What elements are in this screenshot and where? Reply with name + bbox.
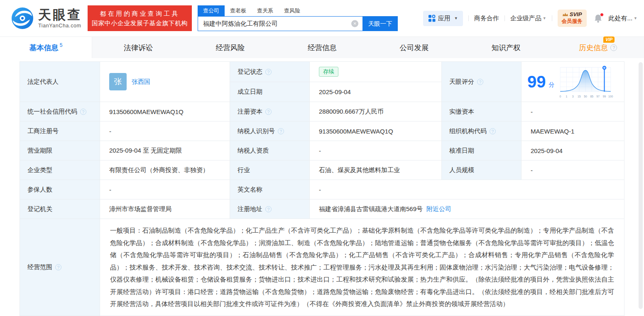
search-input[interactable]	[198, 16, 362, 31]
field-value-credit-code: 91350600MAEWEWAQ1Q	[100, 102, 230, 122]
help-icon[interactable]: ?	[490, 128, 496, 134]
field-label-org-code: 组织机构代码?	[442, 122, 522, 141]
divider	[552, 15, 552, 21]
tab-business-info[interactable]: 经营信息	[276, 37, 368, 58]
tab-legal-proceedings[interactable]: 法律诉讼	[92, 37, 184, 58]
tianyancha-logo[interactable]: 天眼查 TianYanCha.com	[11, 7, 82, 30]
table-row: 法定代表人 张 张西国 登记状态? 存续 成立日期 2025-09-04	[20, 62, 624, 102]
search-box: × 天眼一下	[198, 16, 398, 31]
tab-label: 法律诉讼	[124, 43, 153, 53]
company-nav-tabs: 基本信息 5 法律诉讼 经营风险 经营信息 公司发展 知识产权 历史信息 VIP…	[0, 36, 644, 58]
top-menu: 应用 ▼ 商务合作 企业级产品 ▼ SVIP 会员服务	[423, 10, 637, 27]
field-value-org-code: MAEWEWAQ-1	[522, 122, 624, 141]
field-value-taxpayer-quality: -	[310, 141, 442, 160]
help-icon[interactable]: ?	[278, 128, 284, 134]
help-icon[interactable]: ?	[265, 69, 272, 75]
field-label-reg-capital: 注册资本?	[230, 102, 310, 122]
field-value-business-scope: 一般项目：石油制品制造（不含危险化学品）；化工产品生产（不含许可类化工产品）；基…	[100, 219, 624, 316]
notification-dot	[600, 13, 604, 17]
score-number: 99	[527, 73, 546, 90]
field-label-legal-rep: 法定代表人	[20, 62, 100, 102]
scrollbar[interactable]	[639, 62, 643, 309]
enterprise-products-menu[interactable]: 企业级产品 ▼	[510, 15, 546, 22]
table-row: 工商注册号 - 纳税人识别号? 91350600MAEWEWAQ1Q 组织机构代…	[20, 122, 624, 141]
field-label-credit-code: 统一社会信用代码?	[20, 102, 100, 122]
svg-text:3: 3	[572, 95, 573, 98]
help-icon[interactable]: ?	[80, 109, 86, 115]
field-value-reg-authority: 漳州市市场监督管理局	[100, 199, 230, 219]
field-label-insured-count: 参保人数	[20, 180, 100, 199]
caret-down-icon: ▼	[454, 16, 458, 20]
tab-label: 经营风险	[216, 43, 245, 53]
field-value-business-term: 2025-09-04 至 无固定期限	[100, 141, 230, 160]
tab-basic-info[interactable]: 基本信息 5	[0, 37, 92, 58]
search-tab-relation[interactable]: 查关系	[252, 5, 279, 16]
field-label-company-type: 企业类型	[20, 160, 100, 180]
crown-icon	[562, 12, 568, 17]
field-label-score: 天眼评分?	[442, 62, 522, 102]
middle-subrows: 登记状态? 存续 成立日期 2025-09-04	[230, 62, 442, 102]
notifications-bell[interactable]	[594, 14, 602, 23]
user-menu[interactable]: 此处有... ▼	[609, 15, 637, 22]
legal-rep-link[interactable]: 张西国	[132, 78, 150, 86]
caret-down-icon: ▼	[543, 16, 546, 20]
help-icon[interactable]: ?	[55, 264, 61, 270]
table-row: 参保人数 - 英文名称 -	[20, 180, 624, 199]
table-row: 企业类型 有限责任公司（外商投资、非独资） 行业 石油、煤炭及其他燃料加工业 人…	[20, 160, 624, 180]
help-icon[interactable]: ?	[265, 109, 272, 115]
field-value-staff-size: -	[522, 160, 624, 180]
field-value-reg-capital: 2880090.6667万人民币	[310, 102, 442, 122]
search-tab-risk[interactable]: 查风险	[279, 5, 306, 16]
tab-label: 基本信息	[29, 43, 59, 53]
avatar[interactable]: 张	[109, 73, 127, 90]
slogan-line2: 国家中小企业发展子基金旗下机构	[92, 18, 188, 28]
svg-text:97: 97	[596, 95, 600, 98]
table-row: 统一社会信用代码? 91350600MAEWEWAQ1Q 注册资本? 28800…	[20, 102, 624, 122]
apps-grid-icon	[428, 15, 436, 22]
tab-count-badge: 5	[60, 42, 63, 48]
search-tab-boss[interactable]: 查老板	[225, 5, 252, 16]
svg-text:50: 50	[584, 95, 587, 98]
table-row: 经营范围? 一般项目：石油制品制造（不含危险化学品）；化工产品生产（不含许可类化…	[20, 219, 624, 316]
field-value-paid-capital: -	[522, 102, 624, 122]
help-icon[interactable]: ?	[265, 206, 272, 212]
tab-operating-risk[interactable]: 经营风险	[184, 37, 276, 58]
field-label-reg-address: 注册地址?	[230, 199, 310, 219]
search-tabs: 查公司 查老板 查关系 查风险	[198, 5, 398, 16]
score-distribution-chart: 0 1 3 15 50 85 97 99 100	[558, 65, 613, 99]
field-label-business-scope: 经营范围?	[20, 219, 100, 316]
field-value-establish-date: 2025-09-04	[310, 82, 442, 102]
svg-text:100: 100	[608, 95, 613, 98]
field-label-reg-status: 登记状态?	[230, 62, 310, 82]
logo-text: 天眼查 TianYanCha.com	[38, 8, 82, 29]
score-unit: 分	[549, 81, 555, 89]
tab-history-info[interactable]: 历史信息 VIP ?	[552, 37, 644, 58]
brand-name: 天眼查	[38, 8, 82, 21]
field-value-taxpayer-id: 91350600MAEWEWAQ1Q	[310, 122, 442, 141]
field-label-taxpayer-id: 纳税人识别号?	[230, 122, 310, 141]
nearby-companies-link[interactable]: 附近公司	[426, 205, 451, 213]
apps-menu[interactable]: 应用 ▼	[423, 11, 463, 26]
tab-company-development[interactable]: 公司发展	[368, 37, 460, 58]
search-area: 查公司 查老板 查关系 查风险 × 天眼一下	[198, 5, 398, 31]
field-value-reg-number: -	[100, 122, 230, 141]
slogan-banner: 都在用的商业查询工具 国家中小企业发展子基金旗下机构	[88, 5, 192, 31]
search-tab-company[interactable]: 查公司	[198, 5, 225, 16]
tab-label: 经营信息	[308, 43, 337, 53]
field-label-reg-number: 工商注册号	[20, 122, 100, 141]
svg-text:15: 15	[578, 95, 581, 98]
field-label-english-name: 英文名称	[230, 180, 310, 199]
clear-icon[interactable]: ×	[351, 20, 358, 27]
field-label-reg-authority: 登记机关	[20, 199, 100, 219]
help-icon[interactable]: ?	[610, 44, 617, 51]
tab-intellectual-property[interactable]: 知识产权	[460, 37, 552, 58]
help-icon[interactable]: ?	[477, 79, 483, 85]
search-button[interactable]: 天眼一下	[362, 16, 398, 31]
caret-down-icon: ▼	[634, 16, 637, 20]
field-value-english-name: -	[310, 180, 624, 199]
svip-member-button[interactable]: SVIP 会员服务	[558, 10, 587, 27]
user-name: 此处有...	[609, 15, 633, 22]
business-cooperation-link[interactable]: 商务合作	[474, 15, 499, 22]
svip-subtitle: 会员服务	[562, 18, 583, 25]
table-row: 营业期限 2025-09-04 至 无固定期限 纳税人资质 - 核准日期 202…	[20, 141, 624, 160]
